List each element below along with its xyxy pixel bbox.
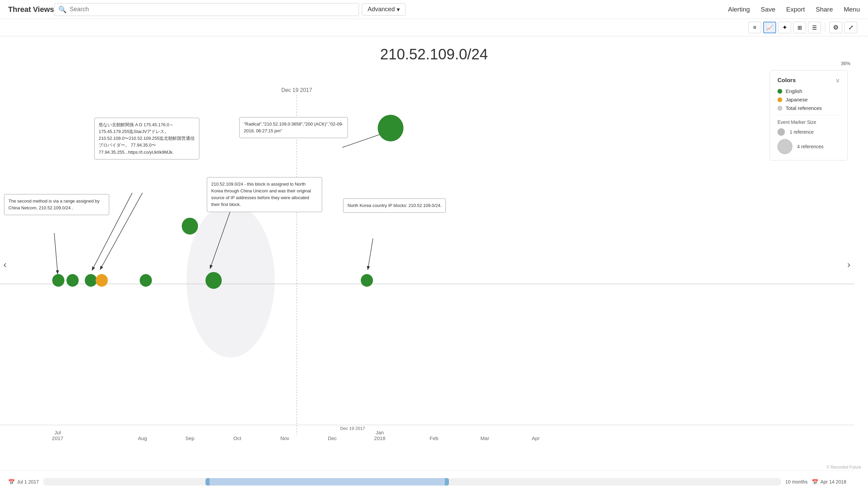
header-left: Threat Views <box>8 5 54 14</box>
svg-point-11 <box>52 274 64 287</box>
month-mar: Mar <box>480 435 489 441</box>
month-aug: Aug <box>138 435 147 441</box>
legend-panel: Colors ∨ English Japanese Total referenc… <box>770 70 848 160</box>
save-nav[interactable]: Save <box>761 6 775 13</box>
scrollbar-thumb[interactable] <box>205 478 449 486</box>
page-title: 210.52.109.0/24 <box>0 36 868 66</box>
svg-text:Dec 19 2017: Dec 19 2017 <box>281 87 312 93</box>
search-input[interactable] <box>70 6 355 13</box>
text-view-btn[interactable]: ☰ <box>808 22 821 33</box>
svg-point-12 <box>66 274 79 287</box>
svg-line-9 <box>54 233 58 273</box>
main-content: 210.52.109.0/24 Dec 19 2017 <box>0 36 868 493</box>
fullscreen-btn[interactable]: ⤢ <box>844 22 857 33</box>
svg-point-16 <box>182 218 198 235</box>
end-date-label: 📅 Apr 14 2018 <box>812 479 846 485</box>
japanese-color-dot <box>777 97 782 102</box>
annotation-block-text: 210.52.109.0/24 - this block is assigned… <box>211 182 311 207</box>
english-color-dot <box>777 89 782 94</box>
start-date-text: Jul 1 2017 <box>17 479 39 485</box>
toolbar: ≡ 📈 ✦ ⊞ ☰ ⚙ ⤢ <box>0 19 868 36</box>
start-date-label: 📅 Jul 1 2017 <box>8 479 39 485</box>
calendar-icon-end: 📅 <box>812 479 818 485</box>
scroll-right-btn[interactable]: › <box>844 256 854 273</box>
svg-line-7 <box>342 133 383 147</box>
list-view-btn[interactable]: ≡ <box>748 22 761 33</box>
marker-date: Dec 19 2017 <box>340 426 365 431</box>
month-oct: Oct <box>233 435 241 441</box>
advanced-label: Advanced <box>368 6 395 13</box>
chart-view-btn[interactable]: 📈 <box>763 22 776 33</box>
annotation-second-method-text: The second method is via a range assigne… <box>8 198 100 210</box>
legend-title: Colors <box>777 77 796 84</box>
share-nav[interactable]: Share <box>816 6 833 13</box>
toolbar-separator <box>825 23 825 32</box>
export-nav[interactable]: Export <box>786 6 805 13</box>
annotation-block: 210.52.109.0/24 - this block is assigned… <box>207 177 322 212</box>
calendar-icon-start: 📅 <box>8 479 15 485</box>
1ref-label: 1 reference <box>790 129 814 135</box>
scrollbar-area: 📅 Jul 1 2017 10 months 📅 Apr 14 2018 <box>0 471 854 493</box>
menu-nav[interactable]: Menu <box>844 6 860 13</box>
annotation-japanese: 危ない北朝鮮関係 A D 175.45.176.0～175.45.179.255… <box>94 118 199 159</box>
annotation-nk-ip-text: North Korea country IP blocks: 210.52.10… <box>348 203 441 208</box>
annotation-second-method: The second method is via a range assigne… <box>4 194 109 215</box>
settings-btn[interactable]: ⚙ <box>829 22 842 33</box>
total-refs-color-dot <box>777 106 782 111</box>
search-bar[interactable]: 🔍 <box>54 3 359 16</box>
month-dec: Dec <box>328 435 337 441</box>
alerting-nav[interactable]: Alerting <box>728 6 750 13</box>
svg-point-18 <box>361 274 373 287</box>
legend-chevron-icon[interactable]: ∨ <box>835 77 840 84</box>
end-date-text: Apr 14 2018 <box>821 479 846 485</box>
chevron-down-icon: ▾ <box>397 6 400 13</box>
month-feb: Feb <box>430 435 438 441</box>
month-nov: Nov <box>280 435 290 441</box>
grid-view-btn[interactable]: ⊞ <box>793 22 806 33</box>
annotation-radical: "Radical","210.52.109.0:3658","200 (ACK)… <box>239 117 348 138</box>
svg-point-17 <box>205 272 222 289</box>
app-title: Threat Views <box>8 5 54 14</box>
marker-size-label: Event Marker Size <box>777 119 840 125</box>
japanese-label: Japanese <box>786 97 808 102</box>
svg-point-19 <box>378 115 403 141</box>
annotation-japanese-text: 危ない北朝鮮関係 A D 175.45.176.0～175.45.179.255… <box>99 122 195 155</box>
scrollbar-handle-left[interactable] <box>205 478 210 486</box>
legend-item-total-refs: Total references <box>777 105 840 111</box>
annotation-radical-text: "Radical","210.52.109.0:3658","200 (ACK)… <box>244 121 343 133</box>
copyright: © Recorded Future <box>827 465 861 470</box>
large-dot-icon <box>777 139 792 154</box>
svg-line-10 <box>368 239 373 269</box>
month-jan: Jan2018 <box>374 430 385 441</box>
month-apr: Apr <box>532 435 539 441</box>
header: Threat Views 🔍 Advanced ▾ Alerting Save … <box>0 0 868 19</box>
legend-item-japanese: Japanese <box>777 97 840 102</box>
scrollbar-handle-right[interactable] <box>445 478 449 486</box>
annotation-nk-ip: North Korea country IP blocks: 210.52.10… <box>343 198 446 213</box>
search-icon: 🔍 <box>58 5 67 14</box>
svg-point-15 <box>140 274 152 287</box>
month-sep: Sep <box>185 435 195 441</box>
svg-point-14 <box>96 274 108 287</box>
time-axis: Jul2017 Aug Sep Oct Nov Dec Dec 19 2017 … <box>0 425 854 452</box>
svg-point-4 <box>186 203 275 357</box>
total-refs-label: Total references <box>786 105 822 111</box>
advanced-button[interactable]: Advanced ▾ <box>362 3 406 16</box>
timeline-area: Dec 19 2017 <box>0 67 854 452</box>
scroll-left-btn[interactable]: ‹ <box>0 256 10 273</box>
scrollbar-track[interactable] <box>43 478 782 486</box>
header-nav: Alerting Save Export Share Menu <box>728 6 860 13</box>
network-view-btn[interactable]: ✦ <box>778 22 791 33</box>
month-jul: Jul2017 <box>52 430 63 441</box>
small-dot-icon <box>777 128 785 136</box>
duration-label: 10 months <box>785 479 807 485</box>
4ref-label: 4 references <box>797 144 824 149</box>
svg-point-13 <box>85 274 97 287</box>
english-label: English <box>786 88 802 94</box>
legend-item-english: English <box>777 88 840 94</box>
legend-size-1ref: 1 reference <box>777 128 840 136</box>
range-display: 36% <box>841 61 850 66</box>
legend-size-4ref: 4 references <box>777 139 840 154</box>
